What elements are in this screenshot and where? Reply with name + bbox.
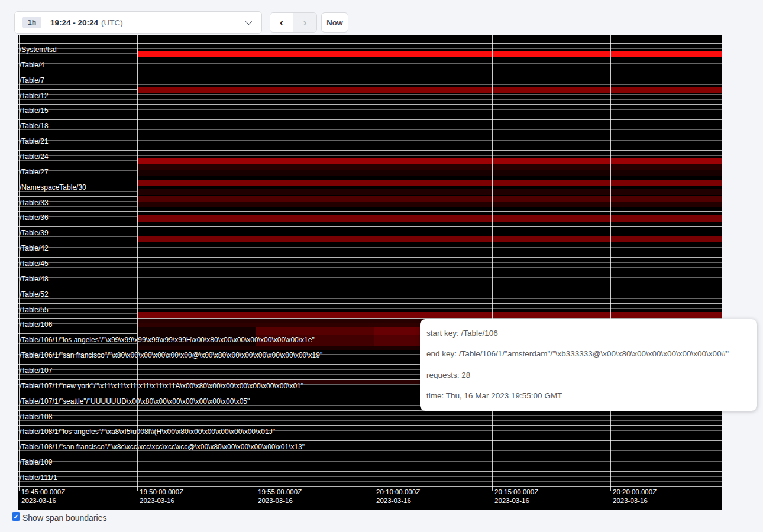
prev-interval-button[interactable]: ‹ xyxy=(270,13,293,32)
span-label: /Table/55 xyxy=(20,306,49,314)
heat-band xyxy=(137,158,722,164)
axis-tick-date: 2023-03-16 xyxy=(140,497,174,504)
axis-tick-time: 19:55:00.000Z xyxy=(258,488,302,495)
key-visualizer-canvas[interactable]: /System/tsd/Table/4/Table/7/Table/12/Tab… xyxy=(18,35,722,510)
span-label: /Table/108/1/"san francisco"/"\x8c\xcc\x… xyxy=(20,443,305,451)
axis-tick-date: 2023-03-16 xyxy=(376,497,411,504)
tooltip-start-key: start key: /Table/106 xyxy=(426,329,498,338)
span-boundary-line xyxy=(18,43,722,44)
bucket-tooltip: start key: /Table/106 end key: /Table/10… xyxy=(420,319,757,411)
span-boundary-line xyxy=(18,99,722,100)
span-label: /NamespaceTable/30 xyxy=(20,184,86,192)
span-boundary-line xyxy=(18,481,722,482)
span-boundary-line xyxy=(18,420,722,421)
span-boundary-line xyxy=(18,456,722,456)
span-label: /Table/12 xyxy=(20,92,49,100)
span-boundary-line xyxy=(18,232,722,232)
span-boundary-line xyxy=(18,425,722,426)
span-boundary-line xyxy=(18,252,722,252)
span-label: /Table/52 xyxy=(20,291,49,299)
span-boundary-line xyxy=(18,273,722,273)
span-boundary-line xyxy=(18,283,722,283)
span-boundary-line xyxy=(18,119,722,120)
heat-band xyxy=(137,196,722,202)
span-boundary-line xyxy=(18,94,722,95)
axis-tick-time: 19:50:00.000Z xyxy=(140,488,183,495)
heat-band xyxy=(137,170,722,176)
show-span-boundaries-checkbox[interactable] xyxy=(12,512,20,521)
span-label: /Table/15 xyxy=(20,107,49,115)
span-label: /Table/39 xyxy=(20,229,49,237)
span-boundary-line xyxy=(18,129,722,130)
span-boundary-line xyxy=(18,262,722,263)
axis-tick-date: 2023-03-16 xyxy=(21,497,56,504)
span-label: /Table/107/1/"seattle"/"UUUUUUD\x00\x80\… xyxy=(20,398,250,406)
span-label: /Table/45 xyxy=(20,260,49,268)
span-boundary-line xyxy=(18,125,722,125)
span-label: /Table/7 xyxy=(20,77,44,85)
span-label: /Table/111/1 xyxy=(20,474,57,482)
tooltip-time: time: Thu, 16 Mar 2023 19:55:00 GMT xyxy=(426,391,562,400)
span-boundary-line xyxy=(18,461,722,462)
span-boundary-line xyxy=(18,69,722,69)
span-label: /Table/21 xyxy=(20,138,49,145)
span-boundary-line xyxy=(18,150,722,151)
span-boundary-line xyxy=(18,135,722,135)
span-boundary-line xyxy=(18,471,722,472)
span-label: /Table/107/1/"new york"/"\x11\x11\x11\x1… xyxy=(20,382,303,390)
tooltip-requests: requests: 28 xyxy=(426,371,470,379)
axis-tick-date: 2023-03-16 xyxy=(494,497,529,504)
next-interval-button[interactable]: › xyxy=(293,13,316,32)
span-boundary-line xyxy=(18,109,722,110)
show-span-boundaries-label: Show span boundaries xyxy=(22,513,106,523)
time-gridline xyxy=(492,35,493,491)
axis-tick-time: 20:15:00.000Z xyxy=(494,488,538,495)
span-label: /Table/42 xyxy=(20,245,49,252)
span-boundary-line xyxy=(18,257,722,258)
time-gridline xyxy=(137,35,138,491)
axis-tick-date: 2023-03-16 xyxy=(613,497,648,504)
span-label: /Table/106 xyxy=(20,321,52,329)
span-boundary-line xyxy=(18,155,722,156)
heat-band xyxy=(137,236,722,242)
span-label: /Table/33 xyxy=(20,199,49,207)
axis-tick-time: 20:10:00.000Z xyxy=(376,488,420,495)
span-boundary-line xyxy=(18,104,722,105)
axis-tick-date: 2023-03-16 xyxy=(258,497,293,504)
heat-band xyxy=(137,215,722,222)
span-boundary-line xyxy=(18,298,722,299)
time-range-selector[interactable]: 1h 19:24 - 20:24 (UTC) xyxy=(14,11,262,34)
now-button[interactable]: Now xyxy=(321,12,348,33)
heat-band xyxy=(256,327,374,335)
span-boundary-line xyxy=(18,186,722,186)
span-label: /Table/108 xyxy=(20,413,52,421)
span-label: /Table/107 xyxy=(20,367,52,375)
heat-band xyxy=(137,327,256,335)
heat-band xyxy=(137,189,722,195)
span-boundary-line xyxy=(18,466,722,466)
span-label: /Table/27 xyxy=(20,168,49,176)
heat-band xyxy=(137,312,722,318)
range-preset-badge: 1h xyxy=(22,17,41,28)
span-boundary-line xyxy=(18,84,722,85)
span-boundary-line xyxy=(18,226,722,227)
axis-tick-time: 20:20:00.000Z xyxy=(613,488,657,495)
span-boundary-line xyxy=(18,247,722,248)
span-label: /Table/36 xyxy=(20,214,49,222)
heat-band xyxy=(137,180,722,186)
span-label: /Table/108/1/"los angeles"/"\xa8\xf5\u00… xyxy=(20,428,275,436)
span-label: /Table/18 xyxy=(20,122,49,130)
span-boundary-line xyxy=(18,293,722,293)
span-boundary-line xyxy=(18,211,722,212)
heat-band xyxy=(137,51,722,57)
span-boundary-line xyxy=(18,63,722,64)
span-boundary-line xyxy=(18,48,722,49)
span-label: /Table/106/1/"los angeles"/"\x99\x99\x99… xyxy=(20,336,315,344)
time-nav-group: ‹ › xyxy=(270,12,317,33)
span-boundary-line xyxy=(18,115,722,115)
axis-tick-time: 19:45:00.000Z xyxy=(21,488,65,495)
heat-band xyxy=(137,164,722,170)
tooltip-end-key: end key: /Table/106/1/"amsterdam"/"\xb33… xyxy=(426,349,729,358)
time-gridline xyxy=(256,35,256,491)
chevron-down-icon xyxy=(245,18,252,25)
